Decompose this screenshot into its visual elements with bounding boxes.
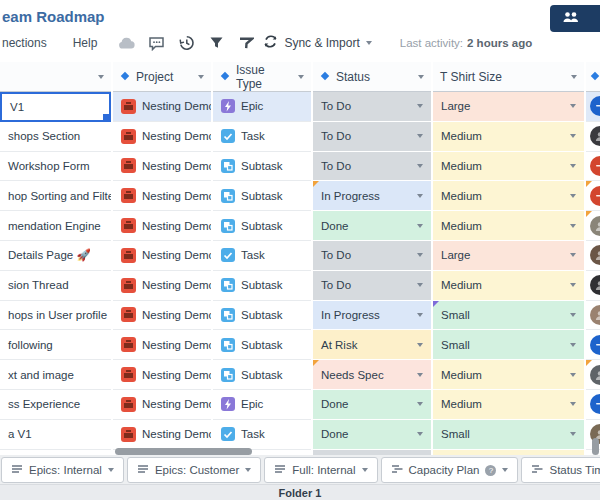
vertical-scrollbar[interactable] (592, 438, 599, 455)
column-header-tshirt-size[interactable]: T Shirt Size (433, 62, 584, 92)
chevron-down-icon[interactable] (570, 134, 576, 138)
status-cell[interactable]: To Do (313, 152, 431, 182)
chevron-down-icon[interactable] (570, 402, 576, 406)
chevron-down-icon[interactable] (298, 75, 304, 79)
chevron-down-icon[interactable] (570, 224, 576, 228)
chevron-down-icon[interactable] (570, 343, 576, 347)
chevron-down-icon[interactable] (502, 468, 508, 472)
project-cell[interactable]: Nesting Demo (113, 211, 211, 241)
tshirt-size-cell[interactable]: Small (433, 330, 584, 360)
column-header-assignee[interactable] (586, 62, 600, 92)
column-header-status[interactable]: Status (313, 62, 431, 92)
assignee-avatar[interactable] (590, 156, 600, 176)
chevron-down-icon[interactable] (570, 164, 576, 168)
chevron-down-icon[interactable] (362, 468, 368, 472)
project-cell[interactable]: Nesting Demo (113, 152, 211, 182)
chevron-down-icon[interactable] (245, 468, 251, 472)
assignee-avatar[interactable] (590, 96, 600, 116)
project-cell[interactable]: Nesting Demo (113, 360, 211, 390)
assignee-cell[interactable] (586, 360, 600, 390)
assignee-cell[interactable] (586, 152, 600, 182)
tshirt-size-cell[interactable]: Medium (433, 390, 584, 420)
status-cell[interactable]: Done (313, 420, 431, 450)
workbook-title[interactable]: eam Roadmap (2, 8, 105, 25)
assignee-avatar[interactable] (590, 365, 600, 385)
assignee-cell[interactable] (586, 301, 600, 331)
assignee-avatar[interactable] (590, 245, 600, 265)
fill-handle[interactable] (103, 114, 109, 120)
issue-type-cell[interactable]: Subtask (213, 152, 311, 182)
project-cell[interactable]: Nesting Demo (113, 122, 211, 152)
chevron-down-icon[interactable] (417, 432, 423, 436)
sync-import-button[interactable]: Sync & Import (263, 34, 371, 52)
status-cell[interactable]: To Do (313, 271, 431, 301)
assignee-cell[interactable] (586, 181, 600, 211)
assignee-avatar[interactable] (590, 335, 600, 355)
project-cell[interactable]: Nesting Demo (113, 271, 211, 301)
cloud-icon[interactable] (111, 33, 141, 53)
task-name-cell[interactable]: mendation Engine (0, 211, 111, 241)
chevron-down-icon[interactable] (417, 313, 423, 317)
chevron-down-icon[interactable] (417, 402, 423, 406)
task-name-cell[interactable]: hop Sorting and Filte… (0, 181, 111, 211)
view-tab-full-internal[interactable]: Full: Internal (264, 457, 377, 483)
status-cell[interactable]: In Progress (313, 181, 431, 211)
chevron-down-icon[interactable] (417, 104, 423, 108)
assignee-cell[interactable] (586, 211, 600, 241)
menu-item-help[interactable]: Help (59, 36, 112, 50)
sort-funnel-icon[interactable] (231, 33, 261, 53)
view-tab-epics-internal[interactable]: Epics: Internal (1, 457, 124, 483)
folder-bar[interactable]: Folder 1 (0, 484, 600, 500)
assignee-avatar[interactable] (590, 126, 600, 146)
task-name-cell[interactable]: Workshop Form (0, 152, 111, 182)
issue-type-cell[interactable]: Task (213, 420, 311, 450)
chevron-down-icon[interactable] (570, 194, 576, 198)
task-name-cell[interactable]: a V1 (0, 420, 111, 450)
history-icon[interactable] (171, 33, 201, 53)
issue-type-cell[interactable]: Task (213, 241, 311, 271)
tshirt-size-cell[interactable]: Small (433, 301, 584, 331)
issue-type-cell[interactable]: Epic (213, 92, 311, 122)
assignee-cell[interactable] (586, 271, 600, 301)
issue-type-cell[interactable]: Subtask (213, 271, 311, 301)
task-name-cell[interactable]: sion Thread (0, 271, 111, 301)
chevron-down-icon[interactable] (108, 468, 114, 472)
chevron-down-icon[interactable] (570, 253, 576, 257)
issue-type-cell[interactable]: Task (213, 122, 311, 152)
task-name-cell[interactable]: Details Page 🚀 (0, 241, 111, 271)
status-cell[interactable]: To Do (313, 122, 431, 152)
project-cell[interactable]: Nesting Demo (113, 241, 211, 271)
tshirt-size-cell[interactable]: Medium (433, 122, 584, 152)
tshirt-size-cell[interactable]: Small (433, 420, 584, 450)
view-tab-epics-customer[interactable]: Epics: Customer (127, 457, 261, 483)
assignee-avatar[interactable] (590, 216, 600, 236)
project-cell[interactable]: Nesting Demo (113, 390, 211, 420)
chevron-down-icon[interactable] (570, 373, 576, 377)
chevron-down-icon[interactable] (570, 104, 576, 108)
assignee-cell[interactable] (586, 122, 600, 152)
horizontal-scrollbar[interactable] (115, 448, 252, 455)
project-cell[interactable]: Nesting Demo (113, 92, 211, 122)
status-cell[interactable]: In Progress (313, 301, 431, 331)
status-cell[interactable]: At Risk (313, 330, 431, 360)
chevron-down-icon[interactable] (417, 343, 423, 347)
comment-icon[interactable] (141, 33, 171, 53)
tshirt-size-cell[interactable]: Medium (433, 211, 584, 241)
project-cell[interactable]: Nesting Demo (113, 181, 211, 211)
help-icon[interactable]: ? (485, 465, 496, 476)
assignee-cell[interactable] (586, 92, 600, 122)
issue-type-cell[interactable]: Subtask (213, 301, 311, 331)
issue-type-cell[interactable]: Epic (213, 390, 311, 420)
tshirt-size-cell[interactable]: Large (433, 241, 584, 271)
chevron-down-icon[interactable] (417, 194, 423, 198)
column-header-project[interactable]: Project (113, 62, 211, 92)
tshirt-size-cell[interactable]: Large (433, 92, 584, 122)
task-name-cell[interactable]: following (0, 330, 111, 360)
assignee-avatar[interactable] (590, 186, 600, 206)
chevron-down-icon[interactable] (98, 75, 104, 79)
issue-type-cell[interactable]: Subtask (213, 181, 311, 211)
task-name-cell[interactable]: ss Experience (0, 390, 111, 420)
chevron-down-icon[interactable] (417, 164, 423, 168)
project-cell[interactable]: Nesting Demo (113, 420, 211, 450)
task-name-cell[interactable]: V1 (0, 92, 111, 122)
